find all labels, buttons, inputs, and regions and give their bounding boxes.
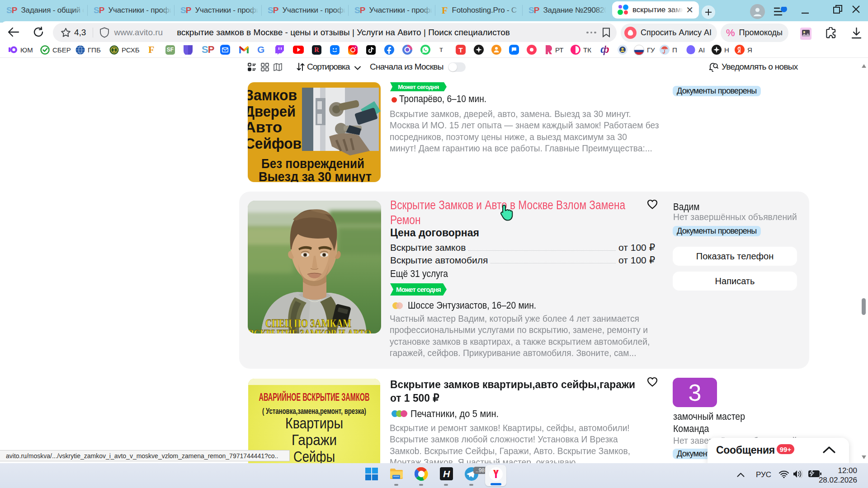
svg-text:Сейфов: Сейфов [248,135,302,152]
svg-text:Квартиры: Квартиры [285,415,343,432]
svg-text:Дверей: Дверей [248,103,296,120]
svg-text:АВАРИЙНОЕ ВСКРЫТИЕ ЗАМКОВ: АВАРИЙНОЕ ВСКРЫТИЕ ЗАМКОВ [259,391,370,403]
svg-text:ВСКРЫТИЕ ЗАМКОВ И АВТО: ВСКРЫТИЕ ЗАМКОВ И АВТО [248,328,371,333]
svg-text:Авто: Авто [248,118,282,136]
svg-text:Выезд за 30 минут: Выезд за 30 минут [259,169,372,182]
svg-text:( Установка,замена,ремонт, вре: ( Установка,замена,ремонт, врезка) [262,406,366,416]
svg-text:Сейфы: Сейфы [293,448,335,463]
svg-text:Гаражи: Гаражи [292,432,337,448]
svg-text:Замков: Замков [248,86,297,103]
